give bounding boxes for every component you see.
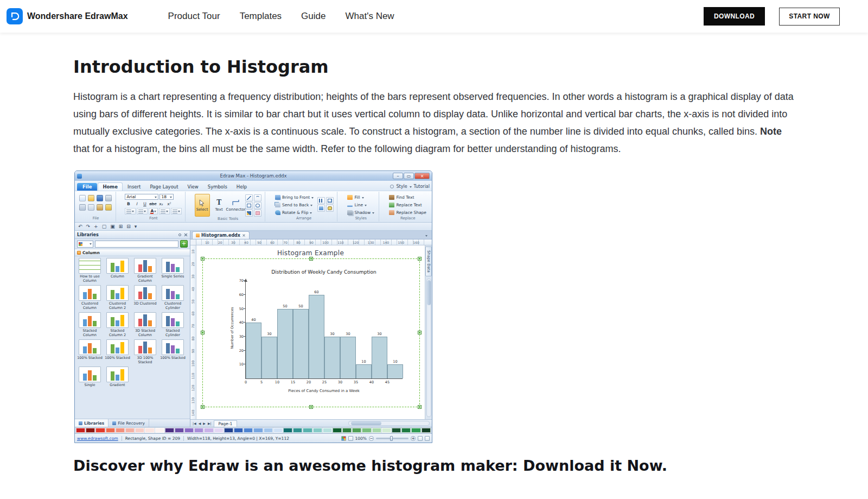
- selection-handle-n[interactable]: [310, 257, 312, 260]
- color-swatch[interactable]: [125, 428, 135, 433]
- arrange-rotate-flip[interactable]: Rotate & Flip: [274, 209, 315, 216]
- pan-zoom-icon[interactable]: [418, 436, 423, 441]
- zoom-out-button[interactable]: −: [369, 436, 374, 441]
- color-swatch[interactable]: [224, 428, 233, 433]
- edrawsoft-link[interactable]: www.edrawsoft.com: [77, 436, 118, 441]
- bullet-list-button[interactable]: [171, 208, 182, 214]
- selection-handle-sw[interactable]: [201, 406, 204, 408]
- font-size-select[interactable]: 18: [159, 194, 174, 200]
- line-tool-icon[interactable]: [245, 194, 253, 201]
- redo-icon[interactable]: ↷: [86, 223, 91, 230]
- color-swatch[interactable]: [273, 428, 283, 433]
- zoom-slider[interactable]: [376, 438, 409, 439]
- color-swatch[interactable]: [184, 428, 194, 433]
- library-item-clustered-column[interactable]: Clustered Column: [76, 285, 104, 310]
- numbered-list-button[interactable]: [125, 208, 136, 214]
- selection-handle-s[interactable]: [310, 406, 312, 408]
- group-shapes-icon[interactable]: [326, 197, 334, 204]
- nav-link-product-tour[interactable]: Product Tour: [168, 11, 220, 22]
- library-item-how-to-use-column[interactable]: How to use Column: [76, 258, 104, 283]
- color-swatch[interactable]: [194, 428, 203, 433]
- pen-tool-icon[interactable]: [245, 210, 253, 217]
- panel-tab-libraries[interactable]: Libraries: [75, 419, 108, 427]
- layer-icon[interactable]: [317, 205, 325, 212]
- vertical-scrollbar[interactable]: [426, 279, 431, 417]
- library-item-100-stacked[interactable]: 100% Stacked: [104, 339, 131, 364]
- histogram-bar[interactable]: [356, 364, 372, 378]
- grid-icon[interactable]: ⊞: [119, 223, 123, 230]
- zoom-slider-thumb[interactable]: [390, 436, 393, 441]
- selection-handle-nw[interactable]: [201, 257, 204, 260]
- snap-icon[interactable]: ⊟: [126, 223, 131, 230]
- connector-tool-button[interactable]: Connector: [228, 194, 244, 217]
- print-icon[interactable]: [105, 195, 112, 201]
- ellipse-tool-icon[interactable]: [254, 202, 261, 209]
- style-shadow[interactable]: Shadow: [346, 209, 375, 216]
- selection-handle-w[interactable]: [201, 331, 204, 334]
- replace-replace-text[interactable]: Replace Text: [388, 201, 427, 209]
- nav-link-templates[interactable]: Templates: [240, 11, 282, 22]
- paste-icon[interactable]: [97, 204, 103, 211]
- color-swatch[interactable]: [392, 428, 401, 433]
- horizontal-scrollbar[interactable]: [348, 421, 430, 426]
- align-shapes-icon[interactable]: [317, 197, 325, 204]
- color-swatch[interactable]: [214, 428, 224, 433]
- histogram-bar[interactable]: [340, 337, 356, 378]
- zoom-in-button[interactable]: +: [411, 436, 416, 441]
- color-swatch[interactable]: [106, 428, 115, 433]
- panel-tab-file-recovery[interactable]: File Recovery: [108, 419, 149, 427]
- align-text-button[interactable]: [159, 208, 170, 214]
- rectangle-tool-icon[interactable]: [245, 202, 253, 209]
- font-style-button-i[interactable]: I: [133, 201, 140, 207]
- open-icon[interactable]: [88, 195, 94, 201]
- color-swatch[interactable]: [422, 428, 431, 433]
- color-swatch[interactable]: [303, 428, 312, 433]
- color-swatch[interactable]: [313, 428, 322, 433]
- color-swatch[interactable]: [76, 428, 85, 433]
- shape-data-tab[interactable]: Shape Data: [425, 247, 432, 276]
- selection-handle-e[interactable]: [418, 331, 421, 334]
- undo-icon[interactable]: ↶: [78, 223, 82, 230]
- add-page-icon[interactable]: +: [94, 223, 98, 230]
- last-page-button[interactable]: ▶|: [207, 421, 213, 425]
- font-style-button-b[interactable]: B: [125, 201, 132, 207]
- histogram-chart[interactable]: Distribution of Weekly Candy Consumption…: [212, 265, 411, 405]
- theme-colors-icon[interactable]: [341, 436, 346, 441]
- color-swatch[interactable]: [165, 428, 174, 433]
- replace-replace-shape[interactable]: Replace Shape: [388, 209, 427, 216]
- library-item-100-stacked[interactable]: 100% Stacked: [159, 339, 187, 364]
- more-tools-icon[interactable]: ▾: [135, 223, 137, 230]
- prev-page-button[interactable]: ◀: [197, 421, 202, 425]
- library-item-100-stacked[interactable]: 100% Stacked: [76, 339, 104, 364]
- color-swatch[interactable]: [116, 428, 125, 433]
- library-section-header[interactable]: Column: [75, 249, 190, 256]
- font-family-select[interactable]: Arial: [125, 194, 158, 200]
- histogram-bar[interactable]: [261, 337, 277, 378]
- library-item-stacked-column[interactable]: Stacked Column: [76, 312, 104, 337]
- selection-handle-ne[interactable]: [418, 257, 421, 260]
- close-panel-icon[interactable]: [184, 233, 188, 237]
- close-button[interactable]: ×: [414, 173, 430, 179]
- minimize-button[interactable]: –: [393, 173, 403, 179]
- brand[interactable]: Wondershare EdrawMax: [7, 8, 128, 24]
- arrange-bring-to-front[interactable]: Bring to Front: [274, 194, 315, 201]
- font-style-button-x[interactable]: x₂: [157, 201, 164, 207]
- library-item-clustered-cylinder[interactable]: Clustered Cylinder: [159, 285, 187, 310]
- font-color-button[interactable]: A: [149, 208, 158, 214]
- drawing-page[interactable]: Histogram Example Distribution of Weekly…: [196, 245, 425, 419]
- library-item-stacked-column-2[interactable]: Stacked Column 2: [104, 312, 131, 337]
- color-swatch[interactable]: [175, 428, 184, 433]
- library-item-3d-100-stacked[interactable]: 3D 100% Stacked: [131, 339, 159, 364]
- page-icon[interactable]: ▢: [102, 223, 107, 230]
- color-swatch[interactable]: [323, 428, 332, 433]
- curve-tool-icon[interactable]: [254, 194, 261, 201]
- copy-icon[interactable]: [88, 204, 94, 211]
- ribbon-tab-insert[interactable]: Insert: [123, 183, 145, 191]
- document-tab[interactable]: Histogram.eddx: [192, 231, 250, 239]
- style-line[interactable]: Line: [346, 201, 375, 209]
- color-swatch[interactable]: [411, 428, 420, 433]
- histogram-bar[interactable]: [277, 309, 293, 379]
- color-swatch[interactable]: [155, 428, 164, 433]
- color-swatch[interactable]: [264, 428, 273, 433]
- tutorial-link[interactable]: Tutorial: [414, 184, 430, 189]
